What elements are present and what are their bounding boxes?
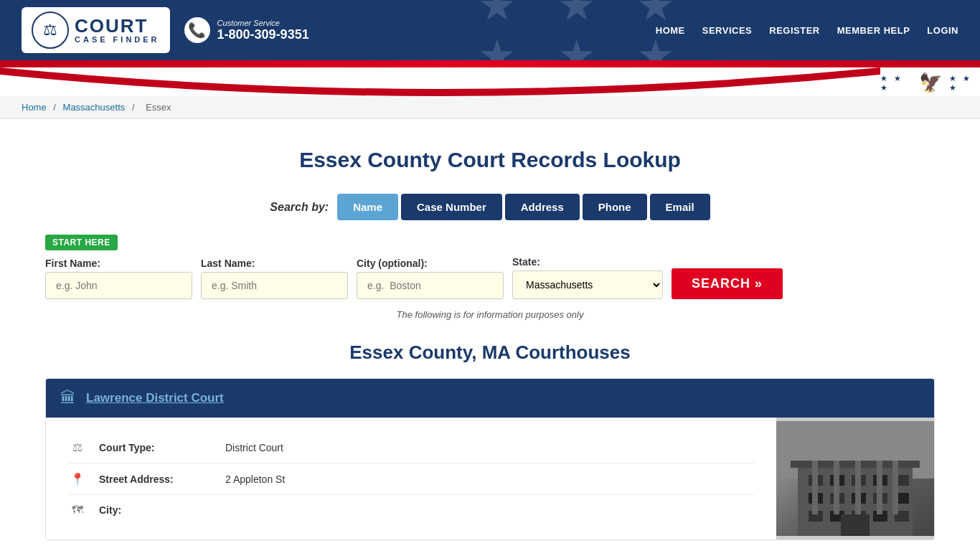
first-name-label: First Name: [45, 258, 192, 269]
city-detail-label: City: [99, 504, 214, 516]
city-label: City (optional): [357, 258, 504, 269]
search-tabs: Name Case Number Address Phone Email [337, 194, 710, 220]
logo-case-finder-label: CASE FINDER [75, 35, 160, 44]
search-form-container: START HERE First Name: Last Name: City (… [45, 235, 935, 299]
logo-court-label: COURT [75, 17, 160, 35]
site-header: ⚖ COURT CASE FINDER 📞 Customer Service 1… [0, 0, 980, 60]
arch-svg [0, 67, 880, 103]
svg-rect-21 [812, 461, 818, 514]
tab-name[interactable]: Name [337, 194, 398, 220]
tab-email[interactable]: Email [650, 194, 710, 220]
first-name-group: First Name: [45, 258, 192, 299]
phone-icon: 📞 [184, 17, 210, 43]
cs-text: Customer Service 1-800-309-9351 [217, 19, 309, 42]
map-icon: 🗺 [67, 504, 88, 517]
city-input[interactable] [357, 272, 504, 299]
info-text: The following is for information purpose… [45, 309, 935, 320]
breadcrumb-sep-2: / [132, 102, 137, 113]
courthouse-image [776, 418, 934, 540]
customer-service: 📞 Customer Service 1-800-309-9351 [184, 17, 309, 43]
courthouse-card: 🏛 Lawrence District Court ⚖ Court Type: … [45, 378, 935, 540]
search-button[interactable]: SEARCH » [672, 268, 783, 299]
courthouse-building-icon: 🏛 [60, 389, 76, 408]
location-pin-icon: 📍 [67, 472, 88, 486]
courthouses-title: Essex County, MA Courthouses [45, 342, 935, 364]
courthouse-building-svg [776, 421, 934, 536]
eagle-container: ★ ★ ★ 🦅 ★ ★ ★ [0, 67, 980, 96]
first-name-input[interactable] [45, 272, 192, 299]
nav-home[interactable]: HOME [656, 25, 685, 36]
svg-rect-19 [841, 514, 870, 536]
state-group: State: Massachusetts Alabama Alaska Ariz… [512, 256, 663, 299]
nav-login[interactable]: LOGIN [927, 25, 958, 36]
header-left: ⚖ COURT CASE FINDER 📞 Customer Service 1… [22, 7, 309, 53]
courthouse-body: ⚖ Court Type: District Court 📍 Street Ad… [46, 418, 934, 540]
stars-right: ★ ★ ★ [949, 74, 980, 93]
svg-rect-24 [877, 461, 882, 514]
tab-address[interactable]: Address [505, 194, 580, 220]
main-content: Essex County Court Records Lookup Search… [24, 119, 956, 551]
breadcrumb-sep-1: / [53, 102, 58, 113]
tab-phone[interactable]: Phone [583, 194, 647, 220]
search-by-row: Search by: Name Case Number Address Phon… [45, 194, 935, 220]
court-type-row: ⚖ Court Type: District Court [67, 432, 755, 463]
svg-rect-23 [855, 461, 861, 514]
last-name-label: Last Name: [201, 258, 348, 269]
search-form: First Name: Last Name: City (optional): … [45, 256, 935, 299]
courthouse-name[interactable]: Lawrence District Court [86, 391, 224, 405]
nav-register[interactable]: REGISTER [769, 25, 819, 36]
breadcrumb-state[interactable]: Massachusetts [63, 102, 126, 113]
gavel-icon: ⚖ [67, 441, 88, 454]
header-red-stripe [0, 60, 980, 67]
breadcrumb-county: Essex [146, 102, 171, 113]
street-address-value: 2 Appleton St [225, 474, 285, 485]
courthouse-header: 🏛 Lawrence District Court [46, 379, 934, 418]
tab-case-number[interactable]: Case Number [401, 194, 502, 220]
nav-services[interactable]: SERVICES [702, 25, 753, 36]
courthouse-details: ⚖ Court Type: District Court 📍 Street Ad… [46, 418, 776, 540]
court-type-value: District Court [225, 442, 283, 453]
cs-label: Customer Service [217, 19, 309, 27]
cs-phone: 1-800-309-9351 [217, 27, 309, 42]
city-row: 🗺 City: [67, 495, 755, 525]
nav-member-help[interactable]: MEMBER HELP [837, 25, 910, 36]
breadcrumb-home[interactable]: Home [22, 102, 47, 113]
main-nav: HOME SERVICES REGISTER MEMBER HELP LOGIN [656, 25, 958, 36]
logo-emblem-icon: ⚖ [32, 11, 69, 49]
court-type-label: Court Type: [99, 442, 214, 453]
page-title: Essex County Court Records Lookup [45, 148, 935, 172]
state-label: State: [512, 256, 663, 268]
stars-left: ★ ★ ★ [880, 74, 911, 93]
last-name-input[interactable] [201, 272, 348, 299]
logo-text: COURT CASE FINDER [75, 17, 160, 44]
state-select[interactable]: Massachusetts Alabama Alaska Arizona Cal… [512, 270, 663, 299]
logo: ⚖ COURT CASE FINDER [22, 7, 170, 53]
start-here-badge: START HERE [45, 235, 118, 250]
svg-rect-22 [834, 461, 839, 514]
search-by-label: Search by: [270, 201, 329, 214]
street-address-label: Street Address: [99, 474, 214, 485]
svg-rect-25 [892, 461, 898, 514]
eagle-icon: 🦅 [919, 72, 942, 94]
address-row: 📍 Street Address: 2 Appleton St [67, 463, 755, 495]
city-group: City (optional): [357, 258, 504, 299]
last-name-group: Last Name: [201, 258, 348, 299]
